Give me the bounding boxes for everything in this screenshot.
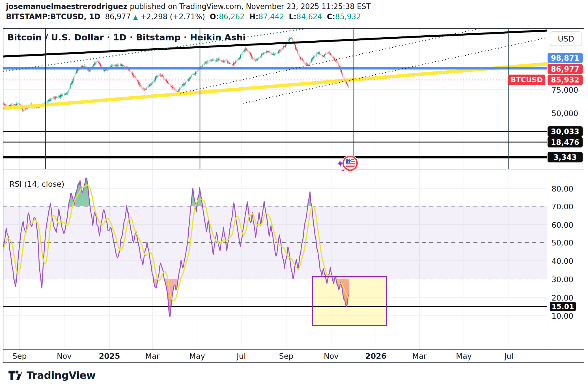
time-tick: Jul xyxy=(504,352,514,360)
low-label: L: xyxy=(289,12,296,21)
price-label-close: 85,932 xyxy=(548,75,583,85)
time-tick-year: 2026 xyxy=(365,352,386,360)
rsi-tick-30: 30.00 xyxy=(552,275,573,284)
tradingview-logo-text: TradingView xyxy=(27,369,96,381)
chart-canvas[interactable] xyxy=(3,28,584,363)
rsi-tick-60: 60.00 xyxy=(552,221,573,229)
open-value: 86,262 xyxy=(219,12,245,21)
symbol-ohlc-line: BITSTAMP:BTCUSD, 1D 86,977 ▲ +2,298 (+2.… xyxy=(6,12,361,21)
price-tick-50000: 50,000 xyxy=(552,109,578,118)
chart-title: Bitcoin / U.S. Dollar · 1D · Bitstamp · … xyxy=(7,32,246,42)
high-value: 87,442 xyxy=(259,12,284,21)
tradingview-logo[interactable]: TradingView xyxy=(8,369,96,381)
time-tick: Sep xyxy=(12,352,27,360)
tradingview-snapshot: { "header": { "author": "josemanuelmaest… xyxy=(0,0,588,387)
rsi-tick-70: 70.00 xyxy=(552,202,573,211)
rsi-tick-10: 10.00 xyxy=(552,312,573,320)
rsi-tick-80: 80.00 xyxy=(552,184,573,193)
author-name: josemanuelmaestrerodriguez xyxy=(6,2,128,11)
price-rsi-plot[interactable] xyxy=(3,29,584,362)
currency-toggle-button[interactable]: USD xyxy=(550,31,582,46)
rsi-tick-40: 40.00 xyxy=(552,257,573,266)
up-arrow-icon: ▲ xyxy=(133,14,138,21)
price-label-18476: 18,476 xyxy=(548,137,583,147)
low-value: 84,624 xyxy=(296,12,322,21)
rsi-indicator-label: RSI (14, close) xyxy=(9,180,64,188)
symbol-label: BITSTAMP:BTCUSD, 1D xyxy=(6,12,100,21)
rsi-tick-20: 20.00 xyxy=(552,293,573,302)
time-tick: May xyxy=(456,352,472,360)
high-label: H: xyxy=(249,12,258,21)
time-tick: Jul xyxy=(237,352,246,360)
close-value: 85,932 xyxy=(335,12,361,21)
time-tick: May xyxy=(189,352,205,360)
publish-info: published on TradingView.com, November 2… xyxy=(128,2,371,11)
time-tick: Nov xyxy=(57,352,72,360)
time-tick: Mar xyxy=(145,352,160,360)
price-tick-75000: 75,000 xyxy=(552,86,578,94)
rsi-low-label: 15.01 xyxy=(550,302,576,311)
last-price: 86,977 xyxy=(105,12,131,21)
publish-byline: josemanuelmaestrerodriguez published on … xyxy=(6,2,371,11)
price-change: +2,298 (+2.71%) xyxy=(140,12,205,21)
open-label: O: xyxy=(210,12,219,21)
price-label-last: 86,977 xyxy=(548,64,583,74)
us-flag-icon xyxy=(346,159,355,168)
time-tick-year: 2025 xyxy=(99,352,120,360)
price-label-blue-line: 98,871 xyxy=(548,53,583,63)
time-tick: Nov xyxy=(324,352,339,360)
tradingview-mark-icon xyxy=(8,369,23,381)
price-label-3343: 3,343 xyxy=(548,152,583,162)
sparkle-small-icon: ✦ xyxy=(341,168,345,173)
symbol-price-tag: BTCUSD xyxy=(508,75,545,85)
rsi-tick-50: 50.00 xyxy=(552,238,573,247)
price-label-30033: 30,033 xyxy=(548,126,583,137)
time-tick: Sep xyxy=(279,352,294,360)
close-label: C: xyxy=(327,12,335,21)
time-tick: Mar xyxy=(412,352,427,360)
